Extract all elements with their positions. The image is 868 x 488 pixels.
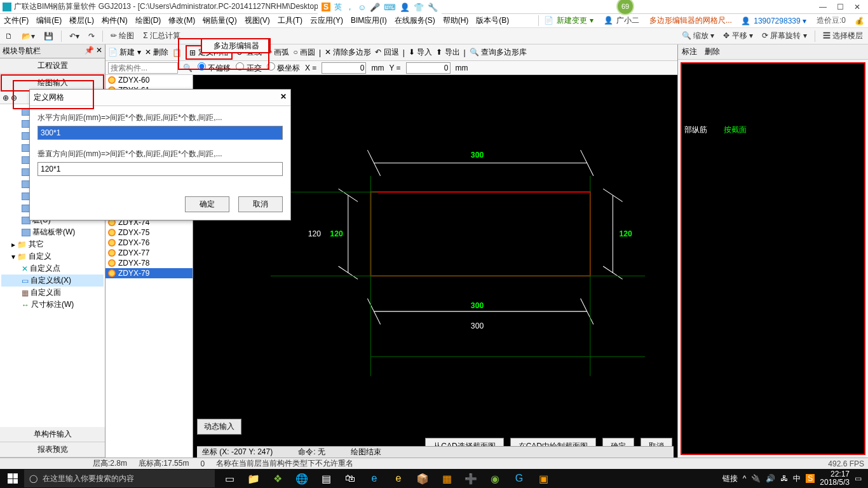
undo2[interactable]: ↶ 回退 — [375, 47, 398, 58]
select-floor[interactable]: ☰ 选择楼层 — [820, 29, 865, 43]
dialog-close-icon[interactable]: ✕ — [280, 92, 287, 103]
expand-icon[interactable]: ⊕ — [3, 93, 9, 102]
menu-component[interactable]: 构件(N) — [100, 15, 129, 26]
import-button[interactable]: ⬇ 导入 — [409, 47, 432, 58]
redo-icon[interactable]: ↷ — [86, 30, 97, 42]
opt-polar[interactable]: 极坐标 — [267, 62, 300, 74]
task-view-icon[interactable]: ▭ — [220, 470, 239, 487]
ie-icon[interactable]: e — [389, 470, 408, 487]
menu-help[interactable]: 帮助(H) — [442, 15, 470, 26]
sogou-icon[interactable]: S — [322, 3, 330, 11]
menu-floor[interactable]: 楼层(L) — [68, 15, 95, 26]
collapse-icon[interactable]: ⊖ — [11, 93, 17, 102]
x-input[interactable] — [322, 62, 366, 74]
nav-sec-setup[interactable]: 工程设置 — [0, 58, 105, 74]
tray-up-icon[interactable]: ^ — [743, 474, 747, 483]
ime-shirt-icon[interactable]: 👕 — [414, 3, 424, 12]
ime-smile-icon[interactable]: ☺ — [358, 3, 366, 12]
taskbar-app[interactable]: G — [510, 470, 529, 487]
max-button[interactable]: ☐ — [837, 3, 844, 11]
opt-noshift[interactable]: 不偏移 — [198, 62, 231, 74]
tree-item-selected[interactable]: ▭自定义线(X) — [1, 274, 104, 287]
search-input[interactable] — [108, 62, 178, 74]
tray-clock[interactable]: 22:172018/5/3 — [820, 470, 850, 487]
taskbar-app[interactable]: 📦 — [413, 470, 432, 487]
tray-notif-icon[interactable]: ▭ — [855, 474, 862, 483]
menu-modify[interactable]: 修改(M) — [167, 15, 196, 26]
tray-vol-icon[interactable]: 🔊 — [766, 474, 775, 483]
edge-icon[interactable]: e — [365, 470, 384, 487]
dynamic-input-button[interactable]: 动态输入 — [197, 419, 241, 435]
opt-ortho[interactable]: 正交 — [236, 62, 261, 74]
min-button[interactable]: — — [819, 3, 827, 11]
taskbar-app[interactable]: ▣ — [534, 470, 553, 487]
tree-item[interactable]: 基础板带(W) — [1, 226, 104, 238]
tree-group-other[interactable]: ▸ 📁 其它 — [1, 238, 104, 250]
taskbar-app[interactable]: ▦ — [437, 470, 456, 487]
list-item[interactable]: ZDYX-60 — [105, 75, 193, 85]
nav-report[interactable]: 报表预览 — [0, 442, 105, 458]
taskbar-search[interactable]: ◯在这里输入你要搜索的内容 — [24, 470, 215, 487]
taskbar-app[interactable]: 🛍 — [341, 470, 360, 487]
tray-net-icon[interactable]: 🖧 — [780, 474, 788, 483]
ime-icon[interactable]: ， — [346, 1, 354, 13]
menu-draw[interactable]: 绘图(D) — [134, 15, 163, 26]
copy-icon[interactable]: 📋 — [172, 48, 182, 57]
tray-power-icon[interactable]: 🔌 — [751, 474, 761, 483]
new-button[interactable]: 📄 新建 ▾ — [108, 47, 141, 58]
query-button[interactable]: 🔍 查询多边形库 — [470, 47, 527, 58]
menu-file[interactable]: 文件(F) — [3, 15, 30, 26]
tree-group-custom[interactable]: ▾ 📁 自定义 — [1, 250, 104, 262]
nav-single-input[interactable]: 单构件输入 — [0, 427, 105, 442]
new-change-button[interactable]: 📄 新建变更 ▾ — [538, 15, 596, 26]
ime-user-icon[interactable]: 👤 — [400, 3, 410, 12]
dialog-ok[interactable]: 确定 — [185, 196, 229, 212]
taskbar-app[interactable]: ◉ — [485, 470, 505, 487]
ime-kbd-icon[interactable]: ⌨ — [384, 3, 396, 12]
tree-item[interactable]: ↔尺寸标注(W) — [1, 299, 104, 311]
clear-poly[interactable]: ✕ 清除多边形 — [325, 47, 371, 58]
start-button[interactable] — [3, 469, 23, 488]
h-spacing-input[interactable] — [37, 126, 283, 140]
user-id[interactable]: 👤 13907298339 ▾ — [740, 17, 809, 25]
menu-view[interactable]: 视图(V) — [243, 15, 271, 26]
open-icon[interactable]: 📂▾ — [19, 30, 37, 42]
menu-bim[interactable]: BIM应用(I) — [349, 15, 388, 26]
list-item[interactable]: ZDYX-76 — [105, 238, 193, 248]
menu-cloud[interactable]: 云应用(Y) — [309, 15, 344, 26]
ime-lang[interactable]: 英 — [334, 2, 342, 13]
menu-tools[interactable]: 工具(T) — [276, 15, 304, 26]
menu-version[interactable]: 版本号(B) — [475, 15, 510, 26]
user-label[interactable]: 👤 广小二 — [602, 15, 642, 26]
menu-rebar[interactable]: 钢筋量(Q) — [201, 15, 238, 26]
tray-sogou-icon[interactable]: S — [806, 474, 815, 483]
taskbar-app[interactable]: 📁 — [244, 470, 263, 487]
tree-item[interactable]: ✕自定义点 — [1, 262, 104, 274]
menu-online[interactable]: 在线服务(S) — [393, 15, 437, 26]
undo-icon[interactable]: ↶▾ — [67, 30, 82, 42]
taskbar-app[interactable]: ❖ — [268, 470, 287, 487]
list-item[interactable]: ZDYX-79 — [105, 268, 193, 278]
tree-item[interactable]: ▦自定义面 — [1, 287, 104, 299]
rotate-tool[interactable]: ⟳ 屏幕旋转 ▾ — [759, 29, 810, 43]
list-item[interactable]: ZDYX-75 — [105, 227, 193, 238]
section-canvas[interactable]: 部纵筋 按截面 — [681, 62, 865, 455]
close-button[interactable]: ✕ — [854, 3, 860, 11]
sigma-tool[interactable]: Σ 汇总计算 — [140, 29, 183, 43]
tray-link[interactable]: 链接 — [722, 473, 738, 484]
taskbar-app[interactable]: ➕ — [461, 470, 480, 487]
circle-tool[interactable]: ○ 画圆 — [293, 47, 315, 58]
draw-tool[interactable]: ✏ 绘图 — [108, 29, 137, 43]
taskbar-app[interactable]: 🌐 — [292, 470, 311, 487]
zoom-tool[interactable]: 🔍 缩放 ▾ — [679, 29, 717, 43]
v-spacing-input[interactable] — [37, 162, 283, 176]
annotate-button[interactable]: 标注 — [682, 46, 697, 57]
list-item[interactable]: ZDYX-78 — [105, 258, 193, 268]
tray-ime[interactable]: 中 — [793, 473, 801, 484]
save-icon[interactable]: 💾 — [41, 30, 56, 42]
del-button[interactable]: ✕ 删除 — [145, 47, 168, 58]
y-input[interactable] — [406, 62, 451, 74]
nav-pin-icon[interactable]: 📌 ✕ — [85, 46, 102, 57]
ime-mic-icon[interactable]: 🎤 — [370, 3, 380, 12]
search-icon[interactable]: 🔍 — [183, 64, 193, 72]
